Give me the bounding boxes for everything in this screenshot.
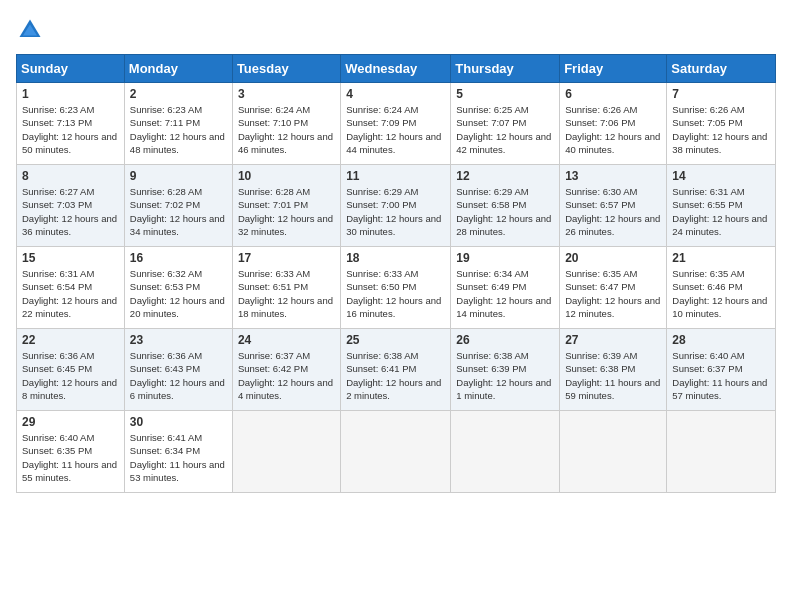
day-number: 29 [22,415,119,429]
calendar-cell: 9 Sunrise: 6:28 AMSunset: 7:02 PMDayligh… [124,165,232,247]
day-info: Sunrise: 6:27 AMSunset: 7:03 PMDaylight:… [22,186,117,237]
day-number: 9 [130,169,227,183]
calendar-cell: 22 Sunrise: 6:36 AMSunset: 6:45 PMDaylig… [17,329,125,411]
day-info: Sunrise: 6:29 AMSunset: 6:58 PMDaylight:… [456,186,551,237]
calendar-cell: 4 Sunrise: 6:24 AMSunset: 7:09 PMDayligh… [341,83,451,165]
day-info: Sunrise: 6:38 AMSunset: 6:39 PMDaylight:… [456,350,551,401]
calendar-week-row: 22 Sunrise: 6:36 AMSunset: 6:45 PMDaylig… [17,329,776,411]
calendar-cell: 2 Sunrise: 6:23 AMSunset: 7:11 PMDayligh… [124,83,232,165]
calendar-cell: 17 Sunrise: 6:33 AMSunset: 6:51 PMDaylig… [232,247,340,329]
day-number: 28 [672,333,770,347]
calendar-day-header: Sunday [17,55,125,83]
calendar-cell [667,411,776,493]
day-info: Sunrise: 6:38 AMSunset: 6:41 PMDaylight:… [346,350,441,401]
calendar-cell: 1 Sunrise: 6:23 AMSunset: 7:13 PMDayligh… [17,83,125,165]
day-info: Sunrise: 6:35 AMSunset: 6:46 PMDaylight:… [672,268,767,319]
day-number: 17 [238,251,335,265]
day-info: Sunrise: 6:40 AMSunset: 6:35 PMDaylight:… [22,432,117,483]
day-info: Sunrise: 6:33 AMSunset: 6:50 PMDaylight:… [346,268,441,319]
calendar-cell: 28 Sunrise: 6:40 AMSunset: 6:37 PMDaylig… [667,329,776,411]
calendar-day-header: Monday [124,55,232,83]
day-info: Sunrise: 6:31 AMSunset: 6:55 PMDaylight:… [672,186,767,237]
day-number: 18 [346,251,445,265]
calendar-day-header: Wednesday [341,55,451,83]
calendar-cell: 12 Sunrise: 6:29 AMSunset: 6:58 PMDaylig… [451,165,560,247]
day-info: Sunrise: 6:36 AMSunset: 6:45 PMDaylight:… [22,350,117,401]
page: SundayMondayTuesdayWednesdayThursdayFrid… [0,0,792,503]
day-number: 13 [565,169,661,183]
day-info: Sunrise: 6:34 AMSunset: 6:49 PMDaylight:… [456,268,551,319]
calendar-day-header: Tuesday [232,55,340,83]
calendar-cell: 27 Sunrise: 6:39 AMSunset: 6:38 PMDaylig… [560,329,667,411]
day-number: 11 [346,169,445,183]
day-number: 30 [130,415,227,429]
day-info: Sunrise: 6:24 AMSunset: 7:10 PMDaylight:… [238,104,333,155]
day-info: Sunrise: 6:23 AMSunset: 7:11 PMDaylight:… [130,104,225,155]
day-number: 12 [456,169,554,183]
day-number: 3 [238,87,335,101]
day-info: Sunrise: 6:37 AMSunset: 6:42 PMDaylight:… [238,350,333,401]
calendar-cell: 21 Sunrise: 6:35 AMSunset: 6:46 PMDaylig… [667,247,776,329]
day-number: 8 [22,169,119,183]
calendar-cell: 19 Sunrise: 6:34 AMSunset: 6:49 PMDaylig… [451,247,560,329]
day-number: 14 [672,169,770,183]
day-info: Sunrise: 6:35 AMSunset: 6:47 PMDaylight:… [565,268,660,319]
day-info: Sunrise: 6:29 AMSunset: 7:00 PMDaylight:… [346,186,441,237]
day-number: 23 [130,333,227,347]
calendar-cell: 25 Sunrise: 6:38 AMSunset: 6:41 PMDaylig… [341,329,451,411]
header [16,16,776,44]
day-info: Sunrise: 6:26 AMSunset: 7:06 PMDaylight:… [565,104,660,155]
day-number: 19 [456,251,554,265]
calendar-cell [232,411,340,493]
calendar-cell: 18 Sunrise: 6:33 AMSunset: 6:50 PMDaylig… [341,247,451,329]
calendar-day-header: Thursday [451,55,560,83]
calendar-cell: 3 Sunrise: 6:24 AMSunset: 7:10 PMDayligh… [232,83,340,165]
day-number: 16 [130,251,227,265]
day-info: Sunrise: 6:25 AMSunset: 7:07 PMDaylight:… [456,104,551,155]
logo [16,16,48,44]
day-number: 27 [565,333,661,347]
calendar-cell: 26 Sunrise: 6:38 AMSunset: 6:39 PMDaylig… [451,329,560,411]
day-number: 21 [672,251,770,265]
day-info: Sunrise: 6:41 AMSunset: 6:34 PMDaylight:… [130,432,225,483]
calendar-cell: 23 Sunrise: 6:36 AMSunset: 6:43 PMDaylig… [124,329,232,411]
day-number: 4 [346,87,445,101]
calendar-week-row: 29 Sunrise: 6:40 AMSunset: 6:35 PMDaylig… [17,411,776,493]
calendar-day-header: Friday [560,55,667,83]
day-number: 24 [238,333,335,347]
day-info: Sunrise: 6:31 AMSunset: 6:54 PMDaylight:… [22,268,117,319]
day-number: 15 [22,251,119,265]
day-number: 6 [565,87,661,101]
day-number: 5 [456,87,554,101]
calendar-cell: 11 Sunrise: 6:29 AMSunset: 7:00 PMDaylig… [341,165,451,247]
day-info: Sunrise: 6:28 AMSunset: 7:01 PMDaylight:… [238,186,333,237]
day-info: Sunrise: 6:23 AMSunset: 7:13 PMDaylight:… [22,104,117,155]
calendar-cell: 30 Sunrise: 6:41 AMSunset: 6:34 PMDaylig… [124,411,232,493]
day-info: Sunrise: 6:30 AMSunset: 6:57 PMDaylight:… [565,186,660,237]
day-number: 1 [22,87,119,101]
day-info: Sunrise: 6:28 AMSunset: 7:02 PMDaylight:… [130,186,225,237]
calendar-week-row: 15 Sunrise: 6:31 AMSunset: 6:54 PMDaylig… [17,247,776,329]
day-info: Sunrise: 6:40 AMSunset: 6:37 PMDaylight:… [672,350,767,401]
calendar-week-row: 8 Sunrise: 6:27 AMSunset: 7:03 PMDayligh… [17,165,776,247]
day-info: Sunrise: 6:32 AMSunset: 6:53 PMDaylight:… [130,268,225,319]
day-info: Sunrise: 6:33 AMSunset: 6:51 PMDaylight:… [238,268,333,319]
calendar-table: SundayMondayTuesdayWednesdayThursdayFrid… [16,54,776,493]
calendar-cell: 5 Sunrise: 6:25 AMSunset: 7:07 PMDayligh… [451,83,560,165]
day-number: 7 [672,87,770,101]
day-info: Sunrise: 6:36 AMSunset: 6:43 PMDaylight:… [130,350,225,401]
calendar-cell: 6 Sunrise: 6:26 AMSunset: 7:06 PMDayligh… [560,83,667,165]
day-info: Sunrise: 6:24 AMSunset: 7:09 PMDaylight:… [346,104,441,155]
calendar-cell: 15 Sunrise: 6:31 AMSunset: 6:54 PMDaylig… [17,247,125,329]
day-number: 2 [130,87,227,101]
calendar-cell [341,411,451,493]
day-info: Sunrise: 6:26 AMSunset: 7:05 PMDaylight:… [672,104,767,155]
day-number: 26 [456,333,554,347]
calendar-cell: 10 Sunrise: 6:28 AMSunset: 7:01 PMDaylig… [232,165,340,247]
day-number: 25 [346,333,445,347]
calendar-day-header: Saturday [667,55,776,83]
day-number: 10 [238,169,335,183]
calendar-cell [560,411,667,493]
calendar-cell: 14 Sunrise: 6:31 AMSunset: 6:55 PMDaylig… [667,165,776,247]
calendar-cell: 7 Sunrise: 6:26 AMSunset: 7:05 PMDayligh… [667,83,776,165]
